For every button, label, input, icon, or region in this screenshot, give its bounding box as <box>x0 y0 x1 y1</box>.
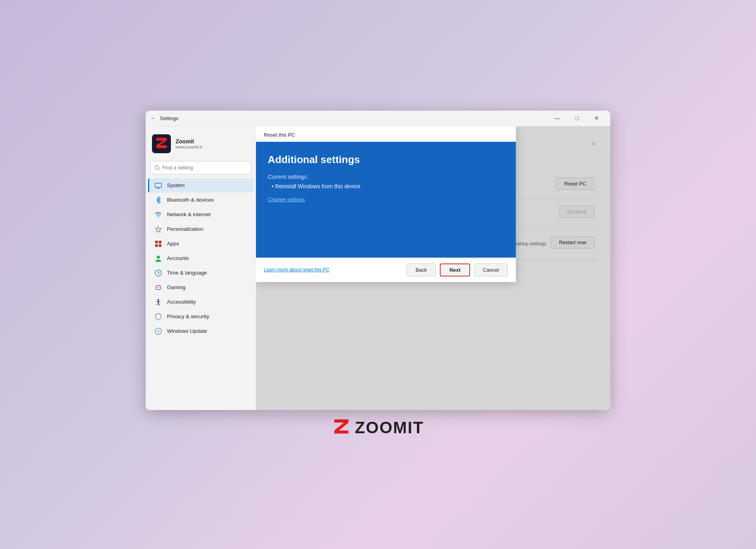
modal-cancel-button[interactable]: Cancel <box>474 263 508 276</box>
sidebar-item-update[interactable]: Windows Update <box>148 324 254 338</box>
modal-footer-buttons: Back Next Cancel <box>406 263 508 276</box>
modal-change-settings-link[interactable]: Change settings <box>268 197 305 202</box>
sidebar-item-network[interactable]: Network & internet <box>148 208 254 222</box>
svg-rect-8 <box>159 241 161 243</box>
svg-point-18 <box>159 287 159 288</box>
modal-body: Additional settings Current settings: • … <box>256 142 516 258</box>
svg-line-2 <box>158 169 159 170</box>
sidebar-item-accessibility-label: Accessibility <box>167 299 196 305</box>
search-box[interactable] <box>150 161 251 174</box>
svg-point-11 <box>157 256 160 259</box>
settings-window: ← Settings — □ ✕ Zoomit www.zoomit.ir <box>146 111 610 410</box>
sidebar-item-gaming-label: Gaming <box>167 284 185 290</box>
profile-info: Zoomit www.zoomit.ir <box>176 138 202 149</box>
sidebar: Zoomit www.zoomit.ir System Bluet <box>146 126 256 410</box>
svg-point-6 <box>158 216 159 217</box>
network-icon <box>154 211 162 219</box>
svg-line-14 <box>158 273 160 274</box>
modal-overlay: Reset this PC Additional settings Curren… <box>256 126 610 410</box>
privacy-icon <box>154 313 162 321</box>
modal-titlebar: Reset this PC <box>256 126 516 142</box>
sidebar-item-system-label: System <box>167 182 185 188</box>
modal-current-settings-label: Current settings: <box>268 174 504 180</box>
sidebar-item-apps-label: Apps <box>167 241 179 247</box>
sidebar-item-privacy[interactable]: Privacy & security <box>148 310 254 324</box>
minimize-button[interactable]: — <box>548 112 566 124</box>
apps-icon <box>154 240 162 248</box>
sidebar-item-bluetooth-label: Bluetooth & devices <box>167 197 214 203</box>
svg-rect-3 <box>155 183 161 187</box>
zoomit-z-logo <box>332 417 351 439</box>
modal-footer: Learn more about reset this PC Back Next… <box>256 258 516 282</box>
window-title: Settings <box>160 115 178 121</box>
profile-logo <box>152 134 171 153</box>
sidebar-item-time[interactable]: Time & language <box>148 266 254 280</box>
search-input[interactable] <box>162 165 247 171</box>
reset-modal: Reset this PC Additional settings Curren… <box>256 126 516 282</box>
modal-bullet: • Reinstall Windows from this device <box>268 183 504 189</box>
maximize-button[interactable]: □ <box>568 112 586 124</box>
accounts-icon <box>154 254 162 262</box>
svg-marker-25 <box>334 419 348 434</box>
update-icon <box>154 327 162 335</box>
svg-rect-9 <box>155 244 158 247</box>
system-icon <box>154 182 162 189</box>
sidebar-item-network-label: Network & internet <box>167 211 211 217</box>
modal-back-button[interactable]: Back <box>406 263 436 276</box>
profile-url: www.zoomit.ir <box>176 145 202 149</box>
sidebar-item-apps[interactable]: Apps <box>148 237 254 251</box>
profile-name: Zoomit <box>176 138 202 145</box>
svg-rect-15 <box>156 286 161 289</box>
sidebar-item-accounts-label: Accounts <box>167 255 189 261</box>
back-button[interactable]: ← <box>150 115 156 121</box>
sidebar-item-system[interactable]: System <box>148 178 254 193</box>
titlebar: ← Settings — □ ✕ <box>146 111 610 126</box>
svg-rect-7 <box>155 241 158 243</box>
sidebar-item-privacy-label: Privacy & security <box>167 313 209 319</box>
time-icon <box>154 269 162 277</box>
sidebar-item-bluetooth[interactable]: Bluetooth & devices <box>148 193 254 207</box>
modal-titlebar-label: Reset this PC <box>264 132 295 138</box>
sidebar-item-gaming[interactable]: Gaming <box>148 280 254 295</box>
svg-marker-0 <box>156 138 167 148</box>
content-area: Zoomit www.zoomit.ir System Bluet <box>146 126 610 410</box>
zoomit-footer: ZOOMIT <box>332 417 424 439</box>
svg-line-22 <box>157 303 158 305</box>
modal-next-button[interactable]: Next <box>440 263 470 276</box>
svg-rect-10 <box>159 244 161 247</box>
sidebar-item-accessibility[interactable]: Accessibility <box>148 295 254 309</box>
close-button[interactable]: ✕ <box>587 112 606 124</box>
sidebar-item-accounts[interactable]: Accounts <box>148 251 254 265</box>
accessibility-icon <box>154 298 162 306</box>
svg-line-23 <box>158 303 160 305</box>
zoomit-brand-text: ZOOMIT <box>355 418 424 437</box>
zoomit-logo-icon <box>155 136 168 151</box>
sidebar-item-time-label: Time & language <box>167 270 207 276</box>
search-icon <box>155 165 160 171</box>
modal-heading: Additional settings <box>268 154 504 166</box>
personalization-icon <box>154 225 162 233</box>
sidebar-item-update-label: Windows Update <box>167 328 207 334</box>
bluetooth-icon <box>154 196 162 204</box>
window-controls: — □ ✕ <box>548 112 606 124</box>
svg-point-19 <box>158 299 159 300</box>
gaming-icon <box>154 284 162 291</box>
svg-point-1 <box>155 165 159 169</box>
main-content: System > Recovery › If you're having pro… <box>256 126 610 410</box>
sidebar-item-personalization[interactable]: Personalization <box>148 222 254 236</box>
sidebar-item-personalization-label: Personalization <box>167 226 203 232</box>
profile-section: Zoomit www.zoomit.ir <box>146 130 256 160</box>
modal-learn-more-link[interactable]: Learn more about reset this PC <box>264 267 402 273</box>
zoomit-brand <box>332 417 351 439</box>
